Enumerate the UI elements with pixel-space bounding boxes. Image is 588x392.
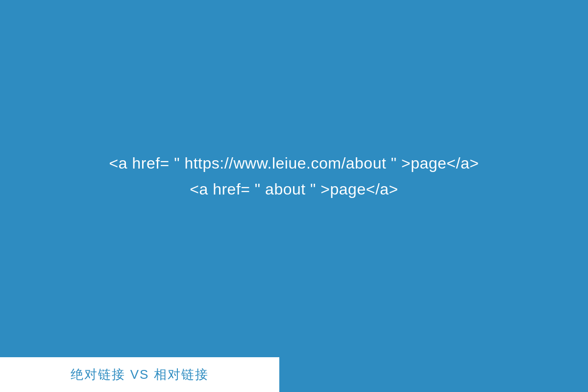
main-content: <a href= " https://www.leiue.com/about "… — [0, 0, 588, 392]
code-line-1: <a href= " https://www.leiue.com/about "… — [109, 152, 479, 174]
code-line-2: <a href= " about " >page</a> — [190, 178, 398, 200]
code-block: <a href= " https://www.leiue.com/about "… — [109, 152, 479, 200]
bottom-label: 绝对链接 VS 相对链接 — [0, 357, 279, 392]
bottom-label-text: 绝对链接 VS 相对链接 — [71, 366, 208, 383]
